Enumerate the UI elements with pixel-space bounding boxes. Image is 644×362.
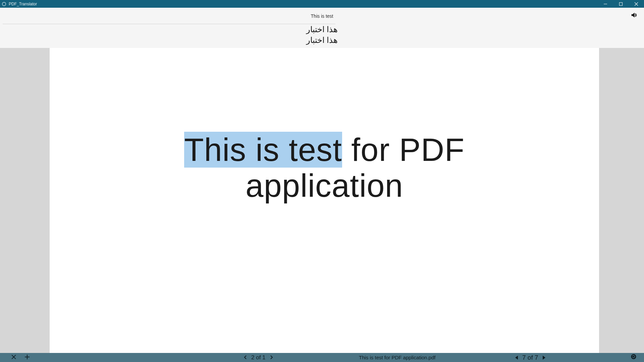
triangle-right-icon — [542, 354, 545, 361]
window-title: PDF_Translator — [9, 2, 37, 6]
page-text-line2[interactable]: application — [246, 168, 403, 203]
selected-text[interactable]: This is test — [184, 132, 342, 168]
document-filename: This is test for PDF application.pdf — [359, 355, 435, 360]
statusbar: 2 of 1 This is test for PDF application.… — [0, 353, 644, 362]
selection-prev-button[interactable] — [243, 355, 248, 360]
page-content[interactable]: This is test for PDF application — [50, 132, 599, 204]
chevron-right-icon — [269, 354, 273, 361]
minimize-button[interactable] — [598, 0, 613, 8]
app-icon — [1, 1, 7, 7]
speaker-icon — [630, 11, 638, 20]
target-line-1: هذا اختبار — [0, 24, 644, 35]
selection-counter-group: 2 of 1 — [243, 354, 274, 361]
target-line-2: هذا اختبار — [0, 35, 644, 46]
plus-icon — [25, 354, 30, 361]
page-counter-group: 7 of 7 — [515, 354, 546, 361]
triangle-left-icon — [515, 354, 519, 361]
chevron-left-icon — [244, 354, 248, 361]
page-text-rest[interactable]: for PDF — [342, 132, 465, 168]
svg-point-0 — [2, 2, 6, 6]
titlebar: PDF_Translator — [0, 0, 644, 8]
close-button[interactable] — [629, 0, 644, 8]
source-text: This is test — [311, 13, 333, 19]
selection-counter: 2 of 1 — [251, 354, 266, 361]
refresh-button[interactable] — [631, 354, 637, 361]
translation-panel: This is test هذا اختبار هذا اختبار — [0, 8, 644, 48]
close-icon — [11, 354, 16, 361]
speak-button[interactable] — [630, 12, 638, 20]
page-prev-button[interactable] — [515, 356, 519, 360]
source-underline — [3, 24, 335, 24]
svg-marker-10 — [543, 356, 545, 360]
source-row: This is test — [0, 8, 644, 24]
page-counter: 7 of 7 — [522, 354, 538, 361]
target-rows: هذا اختبار هذا اختبار — [0, 24, 644, 48]
svg-marker-9 — [515, 356, 518, 360]
svg-point-11 — [631, 354, 636, 359]
document-viewport[interactable]: This is test for PDF application — [0, 48, 644, 362]
selection-next-button[interactable] — [269, 355, 274, 360]
maximize-button[interactable] — [613, 0, 629, 8]
page-next-button[interactable] — [542, 356, 546, 360]
add-tab-button[interactable] — [24, 355, 30, 361]
close-tab-button[interactable] — [11, 355, 17, 361]
window-buttons — [598, 0, 644, 8]
pdf-page[interactable]: This is test for PDF application — [50, 48, 599, 362]
statusbar-left — [0, 355, 30, 361]
svg-rect-2 — [620, 2, 623, 5]
refresh-icon — [631, 355, 637, 361]
